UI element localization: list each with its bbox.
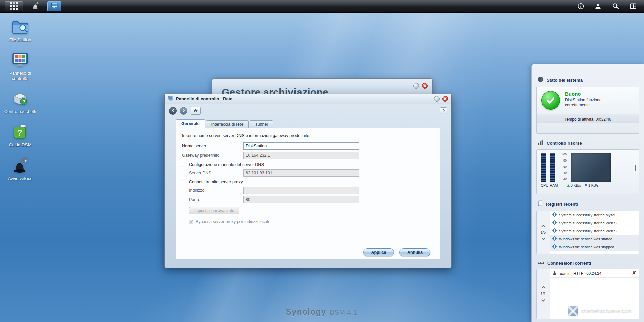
dsm-watermark: Synology DSM 4.1 — [286, 307, 357, 317]
pilot-view-icon[interactable] — [629, 3, 637, 10]
network-chart — [571, 153, 611, 182]
connections-page-indicator: 1/1 — [541, 292, 546, 296]
dsm-version: DSM 4.1 — [329, 308, 357, 316]
open-window-button[interactable] — [47, 1, 61, 11]
advanced-settings-button: Impostazioni avanzate — [189, 207, 239, 214]
form-row: Nome server: — [182, 142, 433, 150]
log-row[interactable]: Windows file service was stopped. — [550, 243, 639, 251]
recent-logs-box: 1/5 System successfully started Mysql...… — [536, 211, 639, 254]
cpu-gauge — [541, 153, 546, 182]
info-badge-icon — [552, 212, 557, 217]
connection-row[interactable]: admin HTTP 00:24:24 — [550, 269, 639, 278]
close-button[interactable] — [422, 83, 428, 89]
connections-pager: 1/1 — [537, 269, 550, 319]
resource-monitor-header: Controllo risorse — [532, 138, 644, 149]
ram-gauge — [550, 153, 555, 182]
site-watermark-text: xtremehardware.com — [581, 308, 631, 314]
page-up-icon[interactable] — [541, 286, 545, 290]
recent-logs-header: Registri recenti — [532, 198, 644, 210]
porta-input — [243, 196, 359, 203]
help-button[interactable]: ? — [440, 107, 447, 114]
back-button[interactable] — [169, 107, 177, 115]
page-down-icon[interactable] — [541, 297, 545, 301]
tab-interfaccia-di-rete[interactable]: Interfaccia di rete — [206, 120, 249, 128]
status-ok-icon — [541, 91, 560, 110]
porta-label: Porta: — [182, 197, 243, 202]
dialog-content: Inserire nome server, server DNS e infor… — [176, 128, 440, 259]
home-button[interactable] — [191, 107, 201, 115]
resource-expand-chevron[interactable] — [635, 165, 636, 171]
desktop-icon-label: Pannello di controllo — [3, 71, 38, 81]
proxy-checkbox[interactable] — [182, 180, 186, 184]
main-menu-grid-icon — [10, 2, 18, 10]
desktop-icon-quick-start[interactable]: Avvio veloce — [3, 157, 38, 181]
current-connections-header: Connessioni correnti — [532, 258, 644, 268]
log-row[interactable]: Windows file service was started. — [550, 235, 639, 243]
form-row: Indirizzo: — [182, 187, 433, 194]
bypass-checkbox-row: Bypassa server proxy per indirizzi local… — [189, 219, 433, 224]
minimize-button[interactable] — [413, 83, 419, 89]
desktop-icon-label: Guida DSM — [9, 142, 31, 147]
user-icon[interactable] — [594, 3, 602, 10]
section-title: Stato del sistema — [547, 78, 583, 83]
bar-chart-icon — [538, 140, 543, 147]
search-icon[interactable] — [612, 3, 619, 10]
dialog-navbar: ? — [165, 104, 451, 118]
dialog-titlebar[interactable]: Pannello di controllo - Rete — [165, 94, 451, 104]
page-up-icon[interactable] — [541, 225, 545, 228]
indirizzo-label: Indirizzo: — [182, 188, 243, 193]
shield-icon — [538, 76, 543, 84]
cancel-button[interactable]: Annulla — [399, 248, 430, 256]
dns-manual-checkbox-row: Configurazione manuale del server DNS — [182, 162, 433, 167]
status-message: DiskStation funziona correttamente. — [565, 98, 615, 108]
dsm-help-icon: ? — [11, 123, 30, 141]
tab-generale[interactable]: Generale — [176, 119, 205, 128]
main-menu-button[interactable] — [5, 1, 23, 11]
desktop-icon-control-panel[interactable]: Pannello di controllo — [3, 51, 38, 81]
tab-tunnel[interactable]: Tunnel — [250, 120, 273, 128]
log-row[interactable]: System successfully started Web S... — [550, 227, 639, 235]
page-down-icon[interactable] — [541, 236, 545, 240]
forward-button[interactable] — [180, 107, 187, 115]
ram-label: RAM — [550, 183, 555, 187]
dns-manual-checkbox-label: Configurazione manuale del server DNS — [189, 162, 264, 167]
logs-page-indicator: 1/5 — [541, 230, 546, 234]
uptime-text: Tempo di attività: 00:32:46 — [537, 114, 639, 123]
dialog-title: Pannello di controllo - Rete — [176, 96, 232, 101]
desktop-icon-file-station[interactable]: File Station — [3, 18, 38, 42]
nome-server-input[interactable] — [243, 142, 359, 150]
gateway-input — [243, 152, 359, 159]
log-row[interactable]: System successfully started Mysql... — [550, 211, 639, 219]
minimize-button[interactable] — [434, 96, 440, 102]
info-icon[interactable] — [577, 3, 584, 10]
bypass-checkbox-label: Bypassa server proxy per indirizzi local… — [196, 219, 269, 224]
disconnect-icon[interactable] — [632, 271, 636, 276]
system-status-header: Stato del sistema — [532, 74, 644, 86]
info-badge-icon — [552, 244, 557, 249]
upload-icon — [567, 184, 570, 187]
taskbar — [0, 0, 644, 13]
resource-monitor-box: 100 80 60 40 20 CPU RAM 0 KB/s 1 KB/s — [536, 149, 639, 194]
log-row[interactable]: System successfully started Web S... — [550, 219, 639, 227]
bypass-checkbox-checked — [189, 220, 193, 224]
link-icon — [538, 260, 544, 266]
desktop: File Station Pannello di controllo — [0, 0, 644, 322]
info-badge-icon — [552, 220, 557, 225]
form-row: Gateway predefinito: — [182, 152, 433, 159]
desktop-icon-label: Avvio veloce — [8, 176, 33, 181]
site-watermark-logo — [568, 306, 578, 316]
log-document-icon — [538, 200, 543, 208]
control-panel-network-dialog: Pannello di controllo - Rete ? Generale … — [164, 94, 452, 268]
close-button[interactable] — [442, 96, 448, 102]
magic-hat-icon — [11, 157, 30, 174]
apply-button[interactable]: Applica — [363, 248, 394, 256]
form-row: Porta: — [182, 196, 433, 203]
panel-scroll-down-icon[interactable] — [641, 314, 641, 320]
desktop-icon-package-center[interactable]: Centro pacchetti — [3, 90, 38, 114]
file-station-icon — [11, 18, 30, 36]
desktop-icon-dsm-help[interactable]: ? Guida DSM — [3, 123, 38, 147]
dns-manual-checkbox[interactable] — [182, 163, 186, 167]
chart-axis: 100 80 60 40 20 — [559, 153, 568, 182]
download-icon — [585, 184, 587, 187]
quick-launch-button[interactable] — [29, 1, 42, 11]
